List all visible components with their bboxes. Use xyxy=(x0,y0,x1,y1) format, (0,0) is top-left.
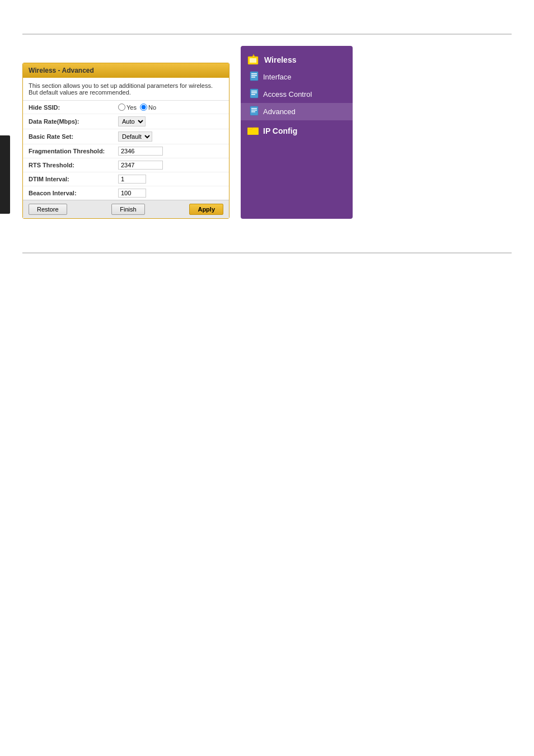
data-rate-row: Data Rate(Mbps): Auto xyxy=(23,114,229,129)
sidebar-item-ip-config[interactable]: IP Config xyxy=(241,121,353,140)
beacon-interval-row: Beacon Interval: xyxy=(23,186,229,200)
hide-ssid-yes-label[interactable]: Yes xyxy=(118,104,137,111)
svg-rect-5 xyxy=(251,73,257,74)
access-control-page-icon xyxy=(250,88,260,100)
svg-rect-15 xyxy=(251,111,255,112)
dtim-interval-label: DTIM Interval: xyxy=(29,176,118,182)
svg-rect-11 xyxy=(251,94,255,95)
svg-rect-4 xyxy=(250,72,258,81)
svg-rect-14 xyxy=(251,110,257,111)
hide-ssid-value: Yes No xyxy=(118,104,223,111)
sidebar-ip-config-label: IP Config xyxy=(263,126,297,135)
dtim-interval-row: DTIM Interval: xyxy=(23,172,229,186)
svg-rect-1 xyxy=(250,58,256,63)
panel-header: Wireless - Advanced xyxy=(23,63,229,78)
sidebar-item-access-control[interactable]: Access Control xyxy=(241,86,353,103)
main-content: Wireless - Advanced This section allows … xyxy=(22,46,229,219)
sidebar-item-interface[interactable]: Interface xyxy=(241,68,353,86)
fragmentation-threshold-label: Fragmentation Threshold: xyxy=(29,148,118,154)
sidebar-item-wireless[interactable]: Wireless xyxy=(241,51,353,68)
sidebar-access-control-label: Access Control xyxy=(263,90,312,98)
rts-threshold-input[interactable] xyxy=(118,161,163,170)
basic-rate-set-row: Basic Rate Set: Default xyxy=(23,129,229,144)
form-body: Hide SSID: Yes No xyxy=(23,101,229,200)
sidebar-navigation: Wireless Interface xyxy=(241,46,353,219)
dtim-interval-value xyxy=(118,175,223,184)
svg-rect-9 xyxy=(251,91,257,92)
hide-ssid-radio-group: Yes No xyxy=(118,104,223,111)
svg-rect-13 xyxy=(251,108,257,109)
fragmentation-threshold-value xyxy=(118,147,223,156)
sidebar-advanced-label: Advanced xyxy=(263,107,296,116)
sidebar-wireless-label: Wireless xyxy=(264,55,296,64)
svg-rect-8 xyxy=(250,89,258,98)
fragmentation-threshold-input[interactable] xyxy=(118,147,163,156)
beacon-interval-value xyxy=(118,189,223,198)
basic-rate-set-select[interactable]: Default xyxy=(118,132,152,142)
hide-ssid-no-label[interactable]: No xyxy=(140,104,156,111)
panel-title: Wireless - Advanced xyxy=(29,67,94,74)
wireless-advanced-panel: Wireless - Advanced This section allows … xyxy=(22,63,229,219)
svg-rect-10 xyxy=(251,92,257,93)
sidebar-interface-label: Interface xyxy=(263,73,292,81)
data-rate-select[interactable]: Auto xyxy=(118,116,146,126)
fragmentation-threshold-row: Fragmentation Threshold: xyxy=(23,144,229,158)
svg-rect-12 xyxy=(250,106,258,115)
finish-button[interactable]: Finish xyxy=(111,204,144,215)
ip-config-icon xyxy=(247,125,259,137)
svg-rect-16 xyxy=(247,128,259,135)
bottom-divider xyxy=(22,252,512,253)
rts-threshold-row: RTS Threshold: xyxy=(23,158,229,172)
hide-ssid-row: Hide SSID: Yes No xyxy=(23,101,229,114)
apply-button[interactable]: Apply xyxy=(189,204,223,215)
interface-page-icon xyxy=(250,71,260,83)
svg-rect-6 xyxy=(251,75,257,76)
basic-rate-set-label: Basic Rate Set: xyxy=(29,133,118,140)
restore-button[interactable]: Restore xyxy=(29,204,67,215)
rts-threshold-value xyxy=(118,161,223,170)
svg-point-2 xyxy=(252,55,255,58)
dtim-interval-input[interactable] xyxy=(118,175,146,184)
beacon-interval-input[interactable] xyxy=(118,189,146,198)
svg-rect-7 xyxy=(251,77,255,78)
hide-ssid-no-radio[interactable] xyxy=(140,104,147,111)
rts-threshold-label: RTS Threshold: xyxy=(29,162,118,168)
beacon-interval-label: Beacon Interval: xyxy=(29,190,118,196)
hide-ssid-label: Hide SSID: xyxy=(29,104,118,111)
basic-rate-set-value: Default xyxy=(118,132,223,142)
form-footer: Restore Finish Apply xyxy=(23,200,229,218)
wireless-icon xyxy=(247,55,260,65)
hide-ssid-yes-radio[interactable] xyxy=(118,104,125,111)
panel-description: This section allows you to set up additi… xyxy=(23,78,229,101)
advanced-page-icon xyxy=(250,106,260,118)
data-rate-value: Auto xyxy=(118,116,223,126)
sidebar-item-advanced[interactable]: Advanced xyxy=(241,103,353,120)
data-rate-label: Data Rate(Mbps): xyxy=(29,118,118,125)
